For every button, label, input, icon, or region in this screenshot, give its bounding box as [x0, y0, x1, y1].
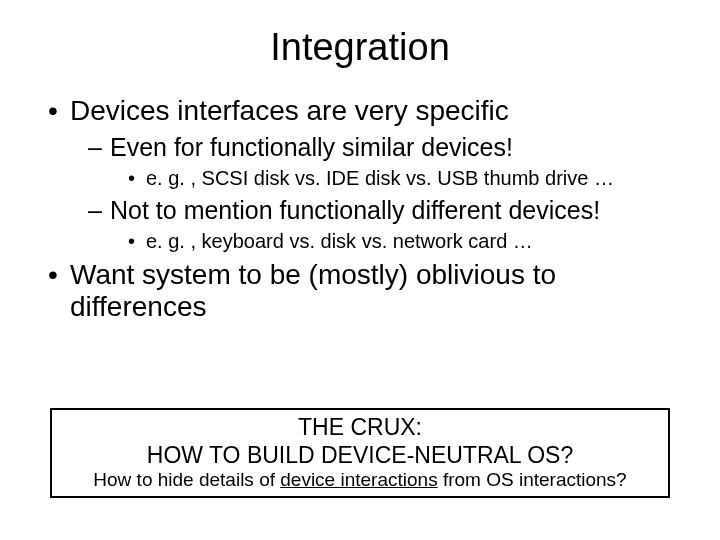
bullet-list: Devices interfaces are very specific Eve… [30, 95, 690, 323]
crux-sub-post: from OS interactions? [438, 469, 627, 490]
bullet-level1: Devices interfaces are very specific [48, 95, 690, 127]
slide: Integration Devices interfaces are very … [0, 0, 720, 540]
crux-sub-pre: How to hide details of [93, 469, 280, 490]
bullet-level2: Not to mention functionally different de… [88, 196, 690, 225]
crux-subtitle: How to hide details of device interactio… [60, 469, 660, 492]
crux-title-line2: HOW TO BUILD DEVICE-NEUTRAL OS? [60, 442, 660, 470]
bullet-level1: Want system to be (mostly) oblivious to … [48, 259, 690, 323]
crux-sub-underline: device interactions [280, 469, 437, 490]
slide-title: Integration [30, 26, 690, 69]
crux-title-line1: THE CRUX: [60, 414, 660, 442]
crux-box: THE CRUX: HOW TO BUILD DEVICE-NEUTRAL OS… [50, 408, 670, 498]
bullet-level3: e. g. , keyboard vs. disk vs. network ca… [128, 229, 690, 253]
bullet-level2: Even for functionally similar devices! [88, 133, 690, 162]
bullet-level3: e. g. , SCSI disk vs. IDE disk vs. USB t… [128, 166, 690, 190]
